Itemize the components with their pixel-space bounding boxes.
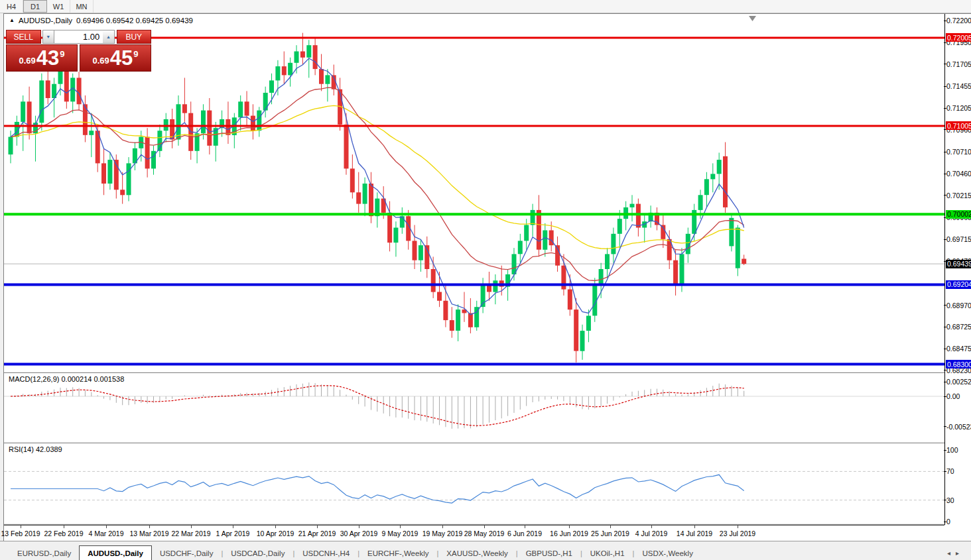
rsi-axis-label: 100 [946, 446, 971, 455]
chart-symbol-period: AUDUSD-,Daily [19, 17, 72, 25]
chevron-down-icon: ▼ [46, 34, 50, 39]
date-tick [21, 526, 21, 528]
ma-fast-line [11, 58, 744, 315]
price-tick-label: 0.68475 [946, 345, 971, 353]
price-tick-label: 0.68970 [946, 301, 971, 309]
date-label: 22 Mar 2019 [172, 530, 211, 537]
tab-scroll-right-icon[interactable]: ▸ [956, 549, 964, 557]
sell-price-display[interactable]: 0.69 43 9 [6, 44, 78, 72]
macd-axis-label: 0.00 [946, 392, 971, 401]
timeframe-button-mn[interactable]: MN [70, 0, 94, 13]
buy-price-prefix: 0.69 [92, 56, 109, 66]
macd-axis-label: 0.002522 [946, 378, 971, 386]
candles [9, 33, 747, 363]
date-label: 22 Feb 2019 [44, 530, 84, 537]
buy-price-big: 45 [110, 48, 133, 68]
rsi-label: RSI(14) 42.0389 [9, 445, 62, 453]
chevron-up-icon: ▲ [106, 34, 111, 39]
date-label: 13 Mar 2019 [130, 530, 169, 537]
rsi-value: 42.0389 [36, 445, 62, 453]
rsi-line [11, 475, 744, 503]
volume-decrease-button[interactable]: ▼ [42, 30, 54, 44]
main-chart-pane[interactable]: ▲ AUDUSD-,Daily 0.69496 0.69542 0.69425 … [4, 14, 944, 372]
date-tick [569, 526, 570, 528]
date-tick [233, 526, 233, 528]
chart-window: ▲ AUDUSD-,Daily 0.69496 0.69542 0.69425 … [3, 13, 971, 541]
rsi-axis-label: 30 [946, 496, 971, 504]
date-label: 23 Jul 2019 [720, 530, 755, 537]
tab-eurusd-daily[interactable]: EURUSD-,Daily [9, 546, 79, 560]
date-label: 16 Jun 2019 [550, 530, 588, 537]
date-tick [651, 526, 652, 528]
date-tick [610, 526, 611, 528]
sell-price-big: 43 [36, 48, 59, 68]
price-level-badge: 0.69204 [946, 280, 971, 289]
buy-button[interactable]: BUY [117, 30, 152, 44]
price-tick-label: 0.71705 [946, 60, 971, 68]
ma-mid-line [11, 87, 744, 280]
sell-button[interactable]: SELL [6, 30, 41, 44]
price-level-badge: 0.70002 [946, 210, 971, 219]
macd-values: 0.000214 0.001538 [61, 375, 124, 383]
date-label: 9 May 2019 [382, 530, 419, 537]
tab-audusd-daily[interactable]: AUDUSD-,Daily [79, 545, 152, 560]
macd-chart [4, 373, 944, 442]
one-click-trade-panel: SELL ▼ 1.00 ▲ BUY 0.69 43 9 0.69 45 9 [6, 30, 151, 72]
price-tick-label: 0.71205 [946, 104, 971, 113]
date-tick [149, 526, 150, 528]
macd-name: MACD(12,26,9) [9, 375, 59, 383]
buy-price-display[interactable]: 0.69 45 9 [80, 44, 151, 72]
date-label: 13 Feb 2019 [1, 530, 40, 537]
tab-scroll-arrows: ◂▸ [947, 549, 964, 557]
tabs-container: EURUSD-,DailyAUDUSD-,DailyUSDCHF-,Daily|… [9, 545, 701, 560]
price-level-badge: 0.71005 [946, 121, 971, 130]
chart-title: ▲ AUDUSD-,Daily 0.69496 0.69542 0.69425 … [9, 17, 193, 25]
timeframe-button-d1[interactable]: D1 [23, 0, 47, 13]
macd-axis-label: -0.005234 [946, 422, 971, 431]
rsi-axis-label: 0 [946, 518, 971, 526]
volume-increase-button[interactable]: ▲ [103, 30, 114, 44]
trading-terminal: H4D1W1MN ▲ AUDUSD-,Daily 0.69496 0.69542… [0, 0, 971, 560]
timeframe-button-w1[interactable]: W1 [47, 0, 70, 13]
date-label: 21 Apr 2019 [298, 530, 336, 537]
rsi-pane[interactable]: RSI(14) 42.0389 [4, 443, 944, 524]
price-axis[interactable]: 0.722000.719500.717050.714550.712050.709… [944, 14, 971, 525]
tab-gbpusd-h1[interactable]: GBPUSD-,H1 [518, 546, 580, 560]
chart-shift-marker-icon[interactable] [749, 16, 756, 21]
date-tick [738, 526, 738, 528]
volume-input[interactable]: 1.00 [54, 30, 103, 44]
date-label: 28 May 2019 [464, 530, 505, 537]
macd-pane[interactable]: MACD(12,26,9) 0.000214 0.001538 [4, 373, 944, 442]
price-tick-label: 0.72200 [946, 17, 971, 25]
timeframe-buttons: H4D1W1MN [0, 0, 94, 13]
date-tick [64, 526, 64, 528]
tab-usdchf-daily[interactable]: USDCHF-,Daily [152, 546, 222, 560]
date-tick [400, 526, 401, 528]
date-label: 4 Mar 2019 [88, 530, 123, 537]
tab-usdx-weekly[interactable]: USDX-,Weekly [634, 546, 700, 560]
tab-usdcad-daily[interactable]: USDCAD-,Daily [223, 546, 292, 560]
tab-scroll-left-icon[interactable]: ◂ [947, 549, 956, 557]
price-tick-label: 0.69715 [946, 235, 971, 244]
timeframe-button-h4[interactable]: H4 [0, 0, 23, 13]
tab-xauusd-weekly[interactable]: XAUUSD-,Weekly [438, 546, 515, 560]
price-tick-label: 0.70215 [946, 191, 971, 199]
date-tick [442, 526, 443, 528]
chart-ohlc-values: 0.69496 0.69542 0.69425 0.69439 [76, 17, 193, 25]
timeframe-toolbar: H4D1W1MN [0, 0, 971, 13]
tab-usdcnh-h4[interactable]: USDCNH-,H4 [294, 546, 357, 560]
date-tick [525, 526, 525, 528]
price-level-badge: 0.68300 [946, 360, 971, 368]
tab-eurchf-weekly[interactable]: EURCHF-,Weekly [359, 546, 436, 560]
date-tick [317, 526, 318, 528]
date-label: 14 Jul 2019 [677, 530, 712, 537]
date-axis[interactable]: 13 Feb 201922 Feb 20194 Mar 201913 Mar 2… [4, 525, 944, 542]
sell-price-prefix: 0.69 [19, 56, 35, 66]
price-tick-label: 0.70710 [946, 148, 971, 156]
collapse-marker-icon[interactable]: ▲ [9, 18, 15, 23]
sell-price-pip: 9 [60, 49, 64, 59]
rsi-chart [4, 443, 944, 524]
tab-ukoil-h1[interactable]: UKOil-,H1 [582, 546, 633, 560]
date-label: 30 Apr 2019 [340, 530, 378, 537]
date-tick [106, 526, 107, 528]
